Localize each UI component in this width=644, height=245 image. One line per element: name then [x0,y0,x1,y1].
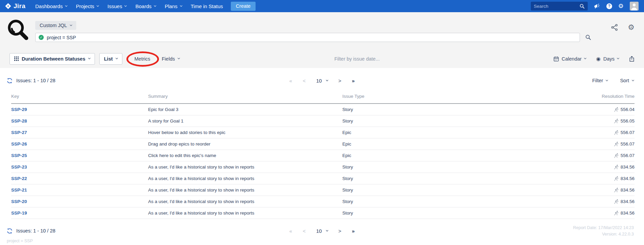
column-header-issue-type: Issue Type [342,90,493,104]
next-page-button[interactable]: > [338,78,341,84]
issue-key-link[interactable]: SSP-26 [11,141,27,147]
issue-summary: Click here to edit this epic's name [148,150,342,161]
settings-gear-icon[interactable]: ⚙ [628,24,635,31]
nav-item-boards[interactable]: Boards [131,0,160,12]
prev-page-button[interactable]: < [303,228,306,234]
resolution-time-value: 834.56 [621,164,635,170]
chevron-down-icon [606,79,608,81]
filter-dropdown[interactable]: Filter [592,78,608,83]
table-row: SSP-19 As a user, I'd like a historical … [11,207,635,219]
resolution-time-value: 556.07 [621,153,635,158]
first-page-button[interactable]: « [289,78,292,84]
share-icon[interactable] [611,24,618,31]
issue-type: Story [342,161,493,173]
runner-icon [614,199,619,204]
navbar-search-input[interactable] [534,4,580,9]
report-date: Report Date: 17/Mar/2022 14:23 [573,225,634,231]
jira-brand[interactable]: Jira [5,2,25,10]
chevron-down-icon [154,4,156,6]
issue-key-link[interactable]: SSP-21 [11,187,27,193]
issue-type: Story [342,104,493,115]
create-button[interactable]: Create [231,2,256,11]
table-row: SSP-21 As a user, I'd like a historical … [11,184,635,196]
nav-item-time-in-status[interactable]: Time in Status [186,0,227,12]
next-page-button[interactable]: > [338,228,341,234]
issue-key-link[interactable]: SSP-22 [11,176,27,181]
issue-key-link[interactable]: SSP-28 [11,118,27,124]
resolution-time-value: 556.05 [621,118,635,124]
last-page-button[interactable]: » [352,78,355,84]
issue-summary: Epic for Goal 3 [148,104,342,115]
nav-item-projects[interactable]: Projects [72,0,103,12]
navbar-right: ? ⚙ [531,2,639,10]
issue-summary: As a user, I'd like a historical story t… [148,161,342,173]
resolution-time-value: 556.04 [621,107,635,112]
report-info: Report Date: 17/Mar/2022 14:23 Version: … [573,225,634,238]
issues-count-label: Issues: 1 - 10 / 28 [16,78,55,83]
runner-icon [614,130,619,135]
issue-key-link[interactable]: SSP-29 [11,107,27,112]
announcements-icon[interactable] [594,3,600,9]
export-icon[interactable] [629,56,635,62]
jql-input[interactable] [47,35,577,40]
issue-key-link[interactable]: SSP-23 [11,164,27,170]
help-icon[interactable]: ? [606,3,612,9]
search-icon[interactable] [580,4,585,9]
issue-type: Story [342,196,493,207]
query-mode-button[interactable]: Custom JQL [35,21,76,30]
grid-icon [14,57,19,61]
issues-header-bar: Issues: 1 - 10 / 28 « < 10 > » Filter So… [0,76,644,85]
issue-summary: Drag and drop epics to reorder [148,138,342,150]
sort-dropdown[interactable]: Sort [620,78,634,83]
nav-item-plans[interactable]: Plans [160,0,186,12]
issues-footer-bar: Issues: 1 - 10 / 28 « < 10 > » Report Da… [0,226,644,235]
issue-date-filter-input[interactable] [334,56,399,62]
issue-type: Story [342,173,493,184]
runner-icon [614,187,619,193]
jql-valid-check-icon: ✓ [39,35,44,40]
page-size-selector[interactable]: 10 [316,228,328,234]
gear-icon[interactable]: ⚙ [618,3,624,9]
chevron-down-icon [97,4,99,6]
pagination-bottom: « < 10 > » [289,228,355,234]
first-page-button[interactable]: « [289,228,292,234]
table-row: SSP-25 Click here to edit this epic's na… [11,150,635,161]
table-row: SSP-28 A story for Goal 1 Story 556.05 [11,115,635,127]
refresh-icon[interactable] [7,78,13,84]
time-unit-selector[interactable]: ◉ Days [596,56,619,62]
toolbar: Duration Between Statuses List Metrics F… [6,53,635,65]
issue-key-link[interactable]: SSP-25 [11,153,27,158]
issue-key-link[interactable]: SSP-27 [11,130,27,135]
issue-summary: As a user, I'd like a historical story t… [148,184,342,196]
issue-type: Story [342,184,493,196]
runner-icon [614,141,619,147]
prev-page-button[interactable]: < [303,78,306,84]
runner-icon [614,164,619,170]
resolution-time-value: 834.56 [621,176,635,181]
table-row: SSP-27 Hover below to add stories to thi… [11,127,635,138]
runner-icon [614,176,619,181]
avatar[interactable] [630,2,639,10]
page-size-selector[interactable]: 10 [316,78,328,84]
refresh-icon[interactable] [7,228,13,234]
table-row: SSP-22 As a user, I'd like a historical … [11,173,635,184]
metrics-tab[interactable]: Metrics [135,56,150,62]
issue-key-link[interactable]: SSP-19 [11,210,27,216]
jql-search-button[interactable] [585,35,591,40]
issues-table-body: SSP-29 Epic for Goal 3 Story 556.04 SSP-… [11,104,635,219]
issue-key-link[interactable]: SSP-20 [11,199,27,204]
last-page-button[interactable]: » [352,228,355,234]
fields-tab[interactable]: Fields [162,56,180,62]
table-header-row: Key Summary Issue Type Resolution Time [11,90,635,104]
nav-item-issues[interactable]: Issues [103,0,131,12]
nav-item-dashboards[interactable]: Dashboards [31,0,72,12]
issue-summary: A story for Goal 1 [148,115,342,127]
view-selector-button[interactable]: List [99,53,122,65]
table-row: SSP-23 As a user, I'd like a historical … [11,161,635,173]
calendar-selector[interactable]: Calendar [554,56,586,62]
fisheye-icon: ◉ [596,56,601,61]
chevron-down-icon [88,57,90,59]
gadget-selector-button[interactable]: Duration Between Statuses [9,53,95,65]
resolution-time-value: 556.07 [621,130,635,135]
runner-icon [614,153,619,158]
